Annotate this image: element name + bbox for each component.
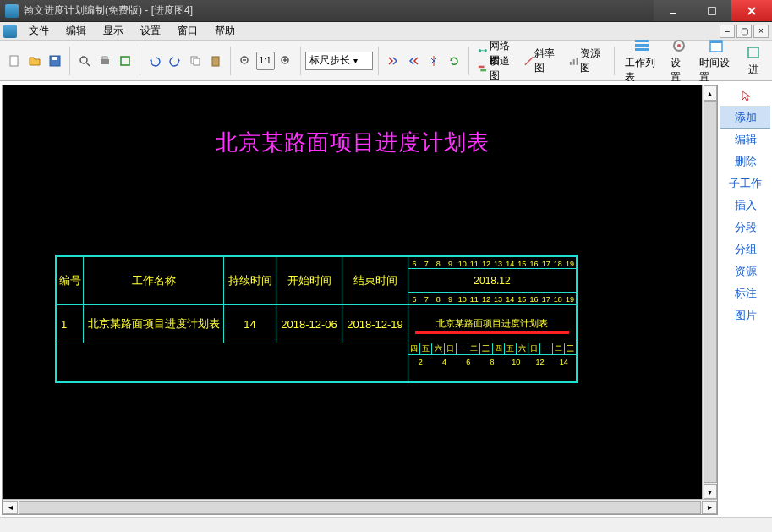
sidebar-item-0[interactable]: 添加 <box>720 107 770 129</box>
save-button[interactable] <box>46 52 64 70</box>
cursor-icon[interactable] <box>720 85 770 107</box>
sidebar-item-5[interactable]: 分段 <box>720 217 770 239</box>
svg-line-8 <box>86 63 90 66</box>
tick-label: 6 <box>413 295 417 304</box>
align-right-button[interactable] <box>404 52 423 70</box>
toolbar: 1:1 标尺步长▾ 网络图 横道图 斜率图 资源图 工作列表 设置 时间设置 进 <box>0 41 772 81</box>
menu-file[interactable]: 文件 <box>20 22 57 40</box>
scroll-right-button[interactable]: ▸ <box>702 501 717 514</box>
tick-label: 7 <box>424 260 429 268</box>
gantt-bar-label: 北京某路面项目进度计划表 <box>436 317 548 330</box>
sidebar-item-2[interactable]: 删除 <box>720 151 770 173</box>
tick-label: 8 <box>436 260 441 268</box>
table-row[interactable]: 1 北京某路面项目进度计划表 14 2018-12-06 2018-12-19 … <box>57 305 578 343</box>
scroll-thumb-v[interactable] <box>704 101 717 483</box>
progress-button[interactable]: 进 <box>740 42 767 79</box>
scroll-down-button[interactable]: ▾ <box>704 484 717 499</box>
sidebar-item-4[interactable]: 插入 <box>720 195 770 217</box>
zoom-in-button[interactable] <box>276 52 295 70</box>
scroll-thumb-h[interactable] <box>19 501 701 514</box>
header-name: 工作名称 <box>84 256 224 305</box>
svg-rect-36 <box>748 47 758 58</box>
header-start: 开始时间 <box>276 256 342 305</box>
tick-label: 15 <box>517 260 526 268</box>
svg-point-22 <box>485 49 487 52</box>
zoom-fit-button[interactable]: 1:1 <box>256 52 275 70</box>
tick-label: 2 <box>419 358 423 366</box>
settings-button[interactable]: 设置 <box>665 36 693 86</box>
close-button[interactable] <box>731 0 772 21</box>
weekday-cell: 二 <box>553 343 565 354</box>
copy-button[interactable] <box>186 52 205 70</box>
weekday-row: 四五六日一二三四五六日一二三 <box>408 343 576 355</box>
scroll-left-button[interactable]: ◂ <box>3 501 18 514</box>
time-settings-button[interactable]: 时间设置 <box>694 36 738 86</box>
menu-window[interactable]: 窗口 <box>169 22 206 40</box>
schedule-canvas[interactable]: 北京某路面项目进度计划表 编号 工作名称 持续时间 开始时间 结束时间 6789… <box>3 85 702 499</box>
sidebar-item-1[interactable]: 编辑 <box>720 129 770 151</box>
schedule-table: 编号 工作名称 持续时间 开始时间 结束时间 67891011121314151… <box>55 255 578 383</box>
maximize-button[interactable] <box>693 0 731 21</box>
svg-point-7 <box>80 57 87 63</box>
slope-chart-button[interactable]: 斜率图 <box>520 52 564 70</box>
svg-rect-27 <box>573 59 575 65</box>
empty-row <box>57 343 408 382</box>
horizontal-scrollbar[interactable]: ◂ ▸ <box>3 499 717 514</box>
sidebar-item-6[interactable]: 分组 <box>720 239 770 261</box>
export-button[interactable] <box>116 52 134 70</box>
tick-label: 15 <box>517 295 526 304</box>
sidebar-item-8[interactable]: 标注 <box>720 282 770 304</box>
menu-view[interactable]: 显示 <box>95 22 132 40</box>
tick-label: 9 <box>448 295 452 304</box>
align-left-button[interactable] <box>384 52 402 70</box>
cell-name: 北京某路面项目进度计划表 <box>84 305 224 343</box>
menu-help[interactable]: 帮助 <box>206 22 244 40</box>
sidebar-item-3[interactable]: 子工作 <box>720 173 770 195</box>
new-button[interactable] <box>5 52 24 70</box>
vertical-scrollbar[interactable]: ▴ ▾ <box>702 85 717 499</box>
weekday-cell: 五 <box>420 343 432 354</box>
status-bar <box>0 517 772 532</box>
menu-settings[interactable]: 设置 <box>132 22 169 40</box>
tick-label: 19 <box>566 295 574 304</box>
right-sidebar: 添加编辑删除子工作插入分段分组资源标注图片 <box>720 85 770 515</box>
tick-label: 8 <box>436 295 441 304</box>
tick-label: 16 <box>529 295 538 304</box>
canvas-wrap: 北京某路面项目进度计划表 编号 工作名称 持续时间 开始时间 结束时间 6789… <box>2 85 718 515</box>
tick-label: 6 <box>466 358 470 366</box>
gantt-bar[interactable] <box>415 331 569 334</box>
resource-chart-button[interactable]: 资源图 <box>565 52 609 70</box>
tick-label: 12 <box>482 295 490 304</box>
ruler-step-combo[interactable]: 标尺步长▾ <box>305 52 373 70</box>
minimize-button[interactable] <box>654 0 693 21</box>
open-button[interactable] <box>25 52 44 70</box>
refresh-button[interactable] <box>445 52 463 70</box>
tick-label: 14 <box>560 358 568 366</box>
view-mode-section[interactable]: 网络图 横道图 <box>474 46 518 76</box>
redo-button[interactable] <box>166 52 184 70</box>
header-duration: 持续时间 <box>224 256 276 305</box>
app-icon <box>5 4 19 18</box>
preview-button[interactable] <box>75 52 94 70</box>
print-button[interactable] <box>96 52 114 70</box>
worklist-button[interactable]: 工作列表 <box>620 36 664 86</box>
scroll-up-button[interactable]: ▴ <box>704 85 717 101</box>
paste-button[interactable] <box>206 52 225 70</box>
cell-end: 2018-12-19 <box>342 305 408 343</box>
menu-edit[interactable]: 编辑 <box>57 22 95 40</box>
align-center-button[interactable] <box>424 52 443 70</box>
tick-label: 17 <box>542 260 550 268</box>
tick-label: 17 <box>542 295 550 304</box>
mdi-close-button[interactable]: × <box>753 25 769 38</box>
undo-button[interactable] <box>145 52 164 70</box>
sidebar-item-7[interactable]: 资源 <box>720 261 770 282</box>
svg-point-21 <box>479 49 481 52</box>
zoom-out-button[interactable] <box>236 52 255 70</box>
svg-rect-28 <box>577 58 578 65</box>
svg-rect-24 <box>479 65 485 67</box>
tick-label: 19 <box>566 260 574 268</box>
gantt-ruler-mid: 678910111213141516171819 <box>408 293 576 304</box>
sidebar-item-9[interactable]: 图片 <box>720 304 770 326</box>
svg-rect-13 <box>194 58 200 65</box>
mdi-restore-button[interactable]: ▢ <box>736 25 752 38</box>
